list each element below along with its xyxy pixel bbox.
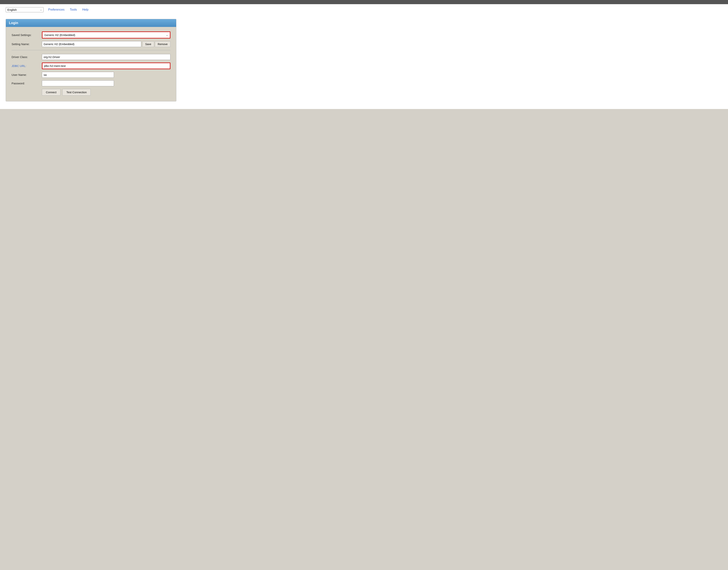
saved-settings-select[interactable]: Generic H2 (Embedded) Generic H2 (Server… (42, 32, 170, 38)
setting-name-input[interactable] (42, 41, 141, 47)
setting-name-buttons: Save Remove (143, 41, 171, 47)
divider (12, 50, 171, 50)
password-label: Password: (12, 82, 42, 85)
jdbc-url-wrapper[interactable] (42, 62, 171, 69)
saved-settings-label: Saved Settings: (12, 33, 42, 37)
driver-class-input[interactable] (42, 54, 171, 60)
jdbc-url-input[interactable] (42, 63, 170, 69)
user-name-input[interactable] (42, 72, 114, 78)
menu-bar: English French German Spanish ⌄ Preferen… (0, 4, 728, 15)
driver-class-label: Driver Class: (12, 55, 42, 59)
language-select[interactable]: English French German Spanish (7, 8, 40, 11)
tools-link[interactable]: Tools (69, 7, 77, 12)
remove-button[interactable]: Remove (155, 41, 171, 47)
preferences-link[interactable]: Preferences (47, 7, 65, 12)
page-content: Login Saved Settings: Generic H2 (Embedd… (0, 15, 728, 109)
save-button[interactable]: Save (143, 41, 154, 47)
top-bar (0, 0, 728, 4)
driver-class-row: Driver Class: (12, 54, 171, 60)
login-body: Saved Settings: Generic H2 (Embedded) Ge… (6, 27, 176, 101)
help-link[interactable]: Help (81, 7, 89, 12)
login-panel: Login Saved Settings: Generic H2 (Embedd… (6, 19, 176, 101)
connect-button[interactable]: Connect (42, 89, 60, 95)
saved-settings-row: Saved Settings: Generic H2 (Embedded) Ge… (12, 31, 171, 38)
password-input[interactable] (42, 80, 114, 86)
setting-name-row: Setting Name: Save Remove (12, 41, 171, 47)
chevron-down-icon: ⌄ (40, 8, 42, 11)
login-title: Login (9, 21, 18, 25)
setting-name-label: Setting Name: (12, 42, 42, 46)
saved-settings-wrapper[interactable]: Generic H2 (Embedded) Generic H2 (Server… (42, 31, 171, 38)
login-header: Login (6, 19, 176, 27)
jdbc-url-row: JDBC URL: (12, 62, 171, 69)
action-buttons: Connect Test Connection (42, 89, 171, 95)
user-name-row: User Name: (12, 72, 171, 78)
jdbc-url-label: JDBC URL: (12, 64, 42, 67)
user-name-label: User Name: (12, 73, 42, 76)
test-connection-button[interactable]: Test Connection (62, 89, 91, 95)
language-selector[interactable]: English French German Spanish ⌄ (6, 7, 44, 12)
password-row: Password: (12, 80, 171, 86)
